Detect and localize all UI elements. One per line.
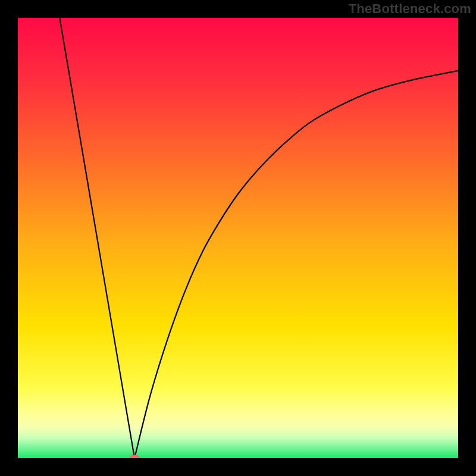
- chart-frame: TheBottleneck.com: [0, 0, 476, 476]
- chart-svg: [18, 18, 458, 458]
- plot-area: [18, 18, 458, 458]
- gradient-background: [18, 18, 458, 458]
- watermark-text: TheBottleneck.com: [349, 1, 471, 17]
